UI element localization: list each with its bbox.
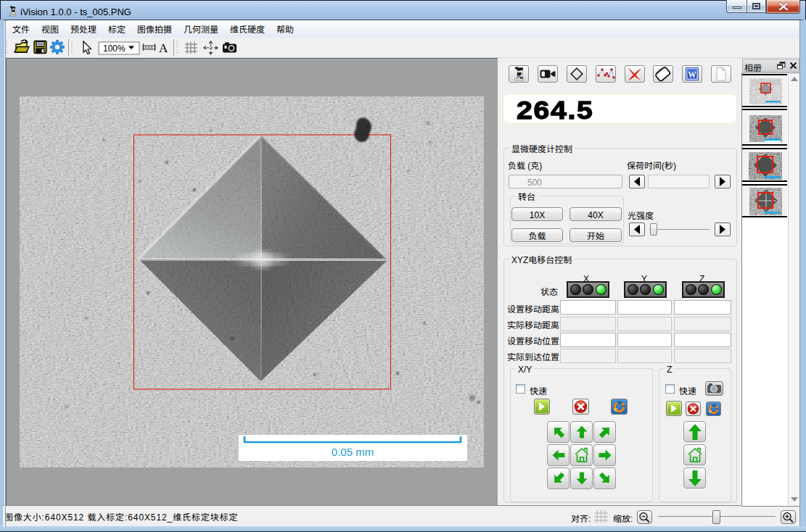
svg-text:0.05 mm: 0.05 mm — [332, 446, 374, 458]
svg-text:W: W — [688, 70, 696, 79]
svg-text:A: A — [159, 41, 168, 55]
svg-text:100%: 100% — [103, 43, 126, 54]
